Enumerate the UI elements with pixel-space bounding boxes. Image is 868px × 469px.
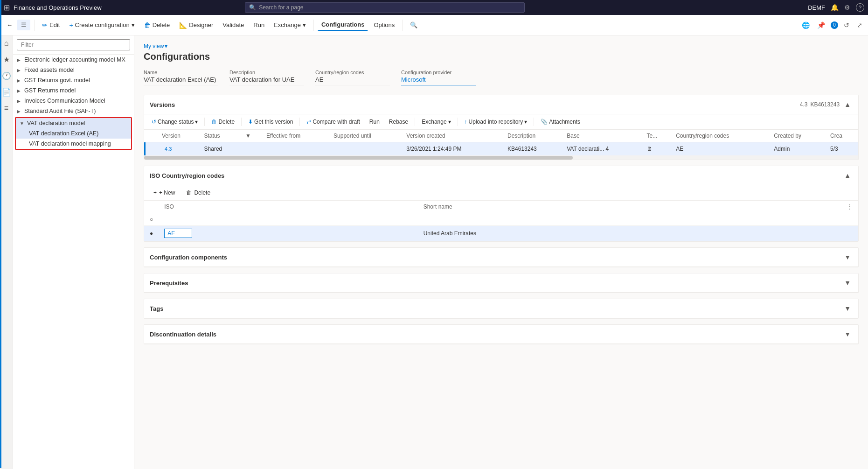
home-icon[interactable]: ⌂ xyxy=(4,39,9,48)
star-icon[interactable]: ★ xyxy=(3,55,10,64)
iso-row[interactable]: ● United Arab Emirates xyxy=(144,226,858,241)
tree-item-gst-govt[interactable]: ▶ GST Returns govt. model xyxy=(13,75,134,85)
back-button[interactable]: ← xyxy=(4,19,15,31)
configurations-tab[interactable]: Configurations xyxy=(318,19,368,31)
grid-icon[interactable]: ⊞ xyxy=(4,3,10,12)
tree-item-vat-excel[interactable]: VAT declaration Excel (AE) xyxy=(16,128,131,139)
iso-collapse-icon[interactable]: ▲ xyxy=(842,170,853,181)
iso-add-icon: + xyxy=(153,189,157,196)
edit-button[interactable]: ✏ Edit xyxy=(38,20,63,31)
iso-radio-filled[interactable]: ● xyxy=(144,226,159,241)
versions-collapse-icon[interactable]: ▲ xyxy=(842,99,853,110)
recent-icon[interactable]: 🕐 xyxy=(2,71,11,80)
menu-button[interactable]: ☰ xyxy=(17,20,30,30)
col-description[interactable]: Description xyxy=(504,130,563,142)
change-status-icon: ↺ xyxy=(152,119,156,125)
bookmark-icon[interactable]: 📌 xyxy=(815,20,827,31)
get-version-button[interactable]: ⬇ Get this version xyxy=(244,117,297,126)
top-bar: ⊞ Finance and Operations Preview 🔍 Searc… xyxy=(0,0,868,15)
tags-header[interactable]: Tags ▼ xyxy=(144,299,858,318)
tags-expand-icon[interactable]: ▼ xyxy=(842,303,853,314)
change-status-dropdown: ▾ xyxy=(195,119,198,125)
iso-delete-button[interactable]: 🗑 Delete xyxy=(182,188,214,197)
tree-item-label: Fixed assets model xyxy=(24,67,75,73)
change-status-button[interactable]: ↺ Change status ▾ xyxy=(148,117,201,126)
iso-new-button[interactable]: + + New xyxy=(150,188,179,197)
config-components-expand-icon[interactable]: ▼ xyxy=(842,252,853,263)
iso-code-cell[interactable] xyxy=(159,226,417,241)
col-version[interactable]: Version xyxy=(158,130,201,142)
designer-button[interactable]: 📐 Designer xyxy=(175,20,217,31)
versions-scrollbar[interactable] xyxy=(144,156,858,160)
settings-icon[interactable]: ⚙ xyxy=(844,4,850,11)
exchange-button[interactable]: Exchange ▾ xyxy=(270,20,310,30)
prerequisites-expand-icon[interactable]: ▼ xyxy=(842,277,853,288)
app-title: Finance and Operations Preview xyxy=(14,4,102,11)
tree-item-vat-mapping[interactable]: VAT declaration model mapping xyxy=(16,139,131,149)
options-tab[interactable]: Options xyxy=(370,20,398,30)
iso-toolbar: + + New 🗑 Delete xyxy=(144,185,858,201)
versions-section-header[interactable]: Versions 4.3 KB4613243 ▲ xyxy=(144,95,858,114)
col-crea[interactable]: Crea xyxy=(826,130,858,142)
refresh-icon[interactable]: ↺ xyxy=(842,20,851,31)
description-label: Description xyxy=(229,70,304,75)
tree-item-standard-audit[interactable]: ▶ Standard Audit File (SAF-T) xyxy=(13,106,134,116)
expand-icon[interactable]: ⤢ xyxy=(855,20,864,31)
attachments-button[interactable]: 📎 Attachments xyxy=(537,117,584,126)
table-row[interactable]: 4.3 Shared 3/26/2021 1:24:49 PM KB461324… xyxy=(144,142,858,156)
upload-button[interactable]: ↑ Upload into repository ▾ xyxy=(461,117,531,126)
prerequisites-header[interactable]: Prerequisites ▼ xyxy=(144,273,858,293)
col-effective[interactable]: Effective from xyxy=(263,130,330,142)
col-created-by[interactable]: Created by xyxy=(770,130,826,142)
config-components-title: Configuration components xyxy=(150,254,227,261)
col-created[interactable]: Version created xyxy=(403,130,504,142)
view-dropdown-icon: ▾ xyxy=(165,43,167,49)
globe-icon[interactable]: 🌐 xyxy=(800,20,812,31)
search-bar[interactable]: 🔍 Search for a page xyxy=(245,2,525,13)
create-config-button[interactable]: + Create configuration ▾ xyxy=(65,20,138,31)
tree-item-label: Electronic ledger accounting model MX xyxy=(24,56,125,63)
tree-item-label: VAT declaration model xyxy=(27,120,85,126)
provider-value[interactable]: Microsoft xyxy=(401,76,476,85)
run-version-button[interactable]: Run xyxy=(366,117,383,126)
discontinuation-expand-icon[interactable]: ▼ xyxy=(842,329,853,340)
config-components-header[interactable]: Configuration components ▼ xyxy=(144,248,858,267)
list-icon[interactable]: ≡ xyxy=(4,104,8,112)
toolbar-search-button[interactable]: 🔍 xyxy=(406,20,421,30)
versions-delete-button[interactable]: 🗑 Delete xyxy=(208,117,238,126)
bell-icon[interactable]: 🔔 xyxy=(831,4,839,11)
description-field: Description VAT declaration for UAE xyxy=(229,70,304,85)
iso-col-iso[interactable]: ISO xyxy=(159,201,417,213)
tree-item-electronic-ledger[interactable]: ▶ Electronic ledger accounting model MX xyxy=(13,55,134,65)
run-button[interactable]: Run xyxy=(250,20,268,30)
iso-col-shortname[interactable]: Short name xyxy=(418,201,841,213)
filter-input[interactable] xyxy=(17,39,130,50)
iso-radio-empty[interactable]: ○ xyxy=(144,213,159,226)
view-label[interactable]: My view ▾ xyxy=(144,43,859,49)
col-country[interactable]: Country/region codes xyxy=(672,130,770,142)
col-te[interactable]: Te... xyxy=(643,130,673,142)
discontinuation-title: Discontinuation details xyxy=(150,331,216,338)
description-value: VAT declaration for UAE xyxy=(229,76,304,85)
col-status[interactable]: Status xyxy=(201,130,242,142)
compare-button[interactable]: ⇄ Compare with draft xyxy=(303,117,363,126)
tree-item-vat-model[interactable]: ▼ VAT declaration model xyxy=(16,118,131,128)
delete-button[interactable]: 🗑 Delete xyxy=(140,20,174,31)
iso-section-header[interactable]: ISO Country/region codes ▲ xyxy=(144,166,858,185)
exchange-version-button[interactable]: Exchange ▾ xyxy=(418,117,454,126)
tree-item-invoices[interactable]: ▶ Invoices Communication Model xyxy=(13,96,134,106)
col-filter[interactable]: ▼ xyxy=(242,130,263,142)
col-base[interactable]: Base xyxy=(563,130,643,142)
discontinuation-header[interactable]: Discontinuation details ▼ xyxy=(144,325,858,344)
tree-item-gst-returns[interactable]: ▶ GST Returns model xyxy=(13,85,134,96)
iso-code-input[interactable] xyxy=(164,229,192,238)
validate-button[interactable]: Validate xyxy=(219,20,248,30)
tree-item-fixed-assets[interactable]: ▶ Fixed assets model xyxy=(13,65,134,75)
rebase-button[interactable]: Rebase xyxy=(385,117,412,126)
page-icon[interactable]: 📄 xyxy=(2,88,11,97)
toolbar-right-icons: 🌐 📌 0 ↺ ⤢ xyxy=(800,20,864,31)
v-sep-3 xyxy=(299,118,300,126)
help-icon[interactable]: ? xyxy=(856,3,864,12)
col-supported[interactable]: Supported until xyxy=(330,130,403,142)
separator-3 xyxy=(402,20,403,31)
